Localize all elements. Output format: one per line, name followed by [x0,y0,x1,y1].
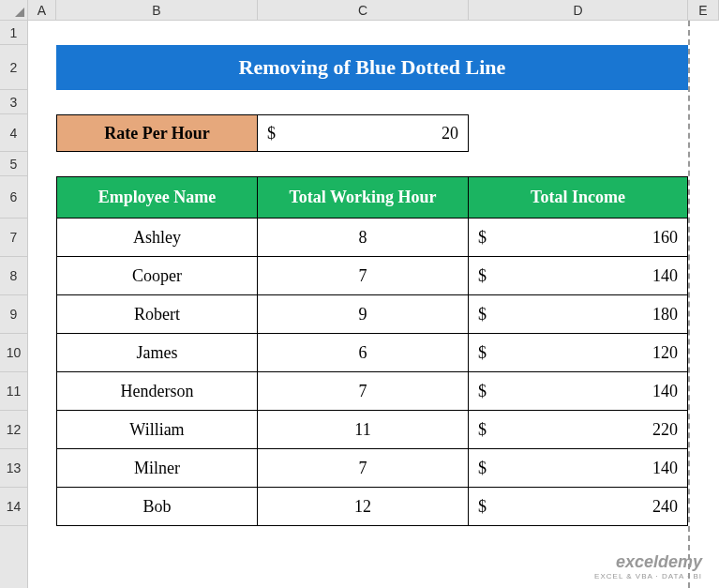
cell-A14[interactable] [28,488,56,526]
employee-name-cell[interactable]: William [56,411,258,449]
total-income-cell[interactable]: $140 [469,257,688,295]
cell-E7[interactable] [688,219,719,257]
row-header-6[interactable]: 6 [0,176,27,219]
cell-D5[interactable] [469,152,688,176]
row-header-9[interactable]: 9 [0,295,27,334]
cell-C1[interactable] [258,21,469,45]
employee-name-cell[interactable]: James [56,334,258,372]
total-income-cell[interactable]: $140 [469,449,688,488]
rate-label-cell[interactable]: Rate Per Hour [56,114,258,152]
cell-A1[interactable] [28,21,56,45]
cell-A5[interactable] [28,152,56,176]
cell-A12[interactable] [28,411,56,449]
cell-D4[interactable] [469,114,688,152]
cell-E8[interactable] [688,257,719,295]
cell-A4[interactable] [28,114,56,152]
cell-A10[interactable] [28,334,56,372]
currency-symbol: $ [478,382,487,401]
row-header-10[interactable]: 10 [0,334,27,372]
cell-B1[interactable] [56,21,258,45]
working-hour-cell[interactable]: 7 [258,372,469,411]
cell-E2[interactable] [688,45,719,90]
total-income-cell[interactable]: $140 [469,372,688,411]
cell-A8[interactable] [28,257,56,295]
col-header-D[interactable]: D [469,0,688,20]
rate-value-cell[interactable]: $ 20 [258,114,469,152]
cell-E4[interactable] [688,114,719,152]
col-header-E[interactable]: E [688,0,719,20]
cell-B3[interactable] [56,90,258,114]
row-header-11[interactable]: 11 [0,372,27,411]
row-header-1[interactable]: 1 [0,21,27,45]
income-amount: 140 [652,459,678,478]
col-header-C[interactable]: C [258,0,469,20]
income-amount: 140 [652,382,678,401]
table-row: James6$120 [28,334,719,372]
cell-E14[interactable] [688,488,719,526]
cell-E11[interactable] [688,372,719,411]
row-headers: 1 2 3 4 5 6 7 8 9 10 11 12 13 14 [0,21,28,588]
working-hour-cell[interactable]: 6 [258,334,469,372]
working-hour-cell[interactable]: 7 [258,449,469,488]
row-header-4[interactable]: 4 [0,114,27,152]
total-income-cell[interactable]: $180 [469,295,688,334]
cell-A3[interactable] [28,90,56,114]
row-header-5[interactable]: 5 [0,152,27,176]
cell-D1[interactable] [469,21,688,45]
working-hour-cell[interactable]: 11 [258,411,469,449]
income-amount: 240 [652,497,678,517]
income-amount: 160 [652,228,678,248]
col-header-A[interactable]: A [28,0,56,20]
total-income-cell[interactable]: $240 [469,488,688,526]
table-row: Henderson7$140 [28,372,719,411]
income-amount: 120 [652,343,678,363]
row-header-13[interactable]: 13 [0,449,27,488]
column-headers-row: A B C D E [0,0,719,21]
working-hour-cell[interactable]: 12 [258,488,469,526]
working-hour-cell[interactable]: 8 [258,219,469,257]
cell-A7[interactable] [28,219,56,257]
cell-E1[interactable] [688,21,719,45]
cell-E6[interactable] [688,176,719,219]
cell-B5[interactable] [56,152,258,176]
title-cell[interactable]: Removing of Blue Dotted Line [56,45,688,90]
total-income-cell[interactable]: $120 [469,334,688,372]
total-income-cell[interactable]: $160 [469,219,688,257]
cell-A2[interactable] [28,45,56,90]
cell-C3[interactable] [258,90,469,114]
cell-D3[interactable] [469,90,688,114]
working-hour-cell[interactable]: 7 [258,257,469,295]
cell-A6[interactable] [28,176,56,219]
employee-name-cell[interactable]: Robert [56,295,258,334]
row-header-12[interactable]: 12 [0,411,27,449]
table-row: Robert9$180 [28,295,719,334]
total-income-cell[interactable]: $220 [469,411,688,449]
employee-name-cell[interactable]: Bob [56,488,258,526]
header-employee-name[interactable]: Employee Name [56,176,258,219]
header-working-hour[interactable]: Total Working Hour [258,176,469,219]
select-all-corner[interactable] [0,0,28,20]
cell-A9[interactable] [28,295,56,334]
cell-E12[interactable] [688,411,719,449]
employee-name-cell[interactable]: Milner [56,449,258,488]
cell-E3[interactable] [688,90,719,114]
row-header-8[interactable]: 8 [0,257,27,295]
cell-C5[interactable] [258,152,469,176]
employee-name-cell[interactable]: Ashley [56,219,258,257]
cell-E13[interactable] [688,449,719,488]
col-header-B[interactable]: B [56,0,258,20]
cell-E5[interactable] [688,152,719,176]
employee-name-cell[interactable]: Henderson [56,372,258,411]
table-row: Ashley8$160 [28,219,719,257]
header-total-income[interactable]: Total Income [469,176,688,219]
employee-name-cell[interactable]: Cooper [56,257,258,295]
row-header-7[interactable]: 7 [0,219,27,257]
row-header-14[interactable]: 14 [0,488,27,526]
row-header-2[interactable]: 2 [0,45,27,90]
cell-A11[interactable] [28,372,56,411]
cell-E9[interactable] [688,295,719,334]
row-header-3[interactable]: 3 [0,90,27,114]
cell-A13[interactable] [28,449,56,488]
working-hour-cell[interactable]: 9 [258,295,469,334]
cell-E10[interactable] [688,334,719,372]
